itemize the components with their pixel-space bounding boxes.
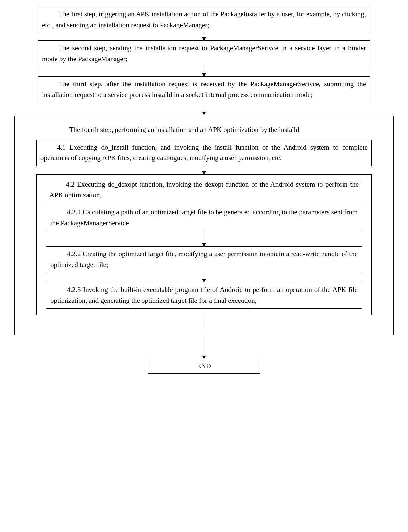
arrow-1-2 [204, 33, 204, 40]
step-3-box: The third step, after the installation r… [38, 76, 370, 103]
arrow-422-423 [204, 273, 204, 282]
arrow-2-3 [204, 67, 204, 76]
arrow-4-end [204, 336, 204, 359]
step-4-2-title: 4.2 Executing do_dexopt function, invoki… [49, 179, 359, 201]
end-text: END [197, 362, 211, 370]
arrow-3-4 [204, 103, 204, 115]
arrow-421-422 [204, 231, 204, 246]
step-4-2-1-text: 4.2.1 Calculating a path of an optimized… [50, 208, 358, 227]
step-4-1-box: 4.1 Executing do_install function, and i… [36, 140, 372, 166]
step-4-title-text: The fourth step, performing an installat… [69, 126, 299, 133]
step-4-title: The fourth step, performing an installat… [51, 124, 357, 135]
step-4-1-text: 4.1 Executing do_install function, and i… [40, 143, 368, 162]
step-2-text: The second step, sending the installatio… [42, 44, 366, 63]
step-4-2-2-text: 4.2.2 Creating the optimized target file… [50, 250, 358, 269]
step-4-2-container: 4.2 Executing do_dexopt function, invoki… [36, 174, 372, 315]
step-4-container: The fourth step, performing an installat… [13, 115, 395, 336]
step-4-2-2-box: 4.2.2 Creating the optimized target file… [46, 246, 362, 273]
step-3-text: The third step, after the installation r… [42, 80, 366, 99]
step-4-2-3-text: 4.2.3 Invoking the built-in executable p… [50, 286, 358, 304]
line-42-down [204, 315, 204, 329]
end-box: END [148, 359, 260, 374]
step-1-text: The first step, triggering an APK instal… [42, 10, 366, 29]
step-4-2-3-box: 4.2.3 Invoking the built-in executable p… [46, 282, 362, 309]
step-4-2-1-box: 4.2.1 Calculating a path of an optimized… [46, 205, 362, 231]
step-2-box: The second step, sending the installatio… [38, 40, 370, 67]
step-1-box: The first step, triggering an APK instal… [38, 7, 370, 33]
flowchart: The first step, triggering an APK instal… [7, 7, 401, 374]
arrow-41-42 [204, 166, 204, 174]
step-4-2-title-text: 4.2 Executing do_dexopt function, invoki… [49, 181, 359, 199]
